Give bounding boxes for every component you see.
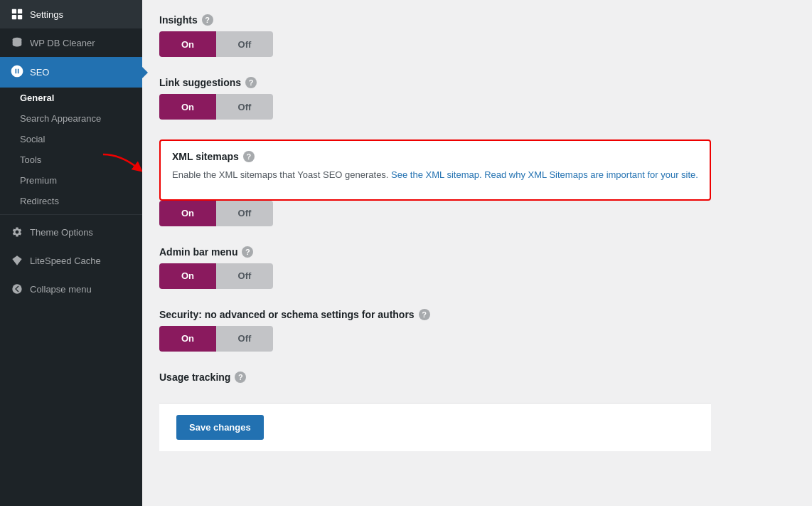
sidebar-item-collapse-menu[interactable]: Collapse menu — [0, 275, 142, 303]
db-icon — [10, 36, 24, 50]
setting-security-label: Security: no advanced or schema settings… — [159, 309, 711, 320]
setting-usage-tracking-label: Usage tracking ? — [159, 371, 711, 383]
main-content: Insights ? On Off Link suggestions ? On … — [142, 0, 728, 506]
xml-sitemaps-toggle-on[interactable]: On — [159, 201, 216, 226]
subnav-general[interactable]: General — [0, 88, 142, 108]
yoast-icon — [10, 64, 24, 80]
subnav-social[interactable]: Social — [0, 129, 142, 149]
diamond-icon — [10, 253, 24, 268]
link-suggestions-help-icon[interactable]: ? — [245, 77, 257, 88]
svg-rect-2 — [12, 15, 16, 19]
sidebar-item-collapse-label: Collapse menu — [30, 284, 92, 295]
xml-sitemaps-toggle-off[interactable]: Off — [216, 201, 273, 226]
collapse-icon — [10, 282, 24, 296]
subnav-search-appearance[interactable]: Search Appearance — [0, 108, 142, 129]
setting-admin-bar: Admin bar menu ? On Off — [159, 246, 711, 289]
sidebar-item-wp-db-cleaner-label: WP DB Cleaner — [30, 38, 95, 48]
arrow-annotation — [100, 151, 142, 182]
xml-sitemaps-toggle: On Off — [159, 201, 273, 226]
setting-security: Security: no advanced or schema settings… — [159, 309, 711, 352]
svg-rect-1 — [18, 9, 22, 14]
insights-toggle: On Off — [159, 31, 273, 57]
security-toggle-on[interactable]: On — [159, 326, 216, 352]
link-suggestions-toggle-off[interactable]: Off — [216, 94, 273, 120]
security-toggle-off[interactable]: Off — [216, 326, 273, 352]
usage-tracking-help-icon[interactable]: ? — [235, 371, 246, 383]
setting-usage-tracking: Usage tracking ? — [159, 371, 711, 383]
svg-point-5 — [12, 284, 21, 293]
xml-sitemaps-help-icon[interactable]: ? — [243, 151, 255, 162]
svg-rect-3 — [18, 15, 22, 19]
setting-link-suggestions: Link suggestions ? On Off — [159, 77, 711, 120]
link-suggestions-toggle-on[interactable]: On — [159, 94, 216, 120]
sidebar-item-theme-options[interactable]: Theme Options — [0, 218, 142, 246]
insights-toggle-off[interactable]: Off — [216, 31, 273, 57]
sidebar-item-litespeed-cache[interactable]: LiteSpeed Cache — [0, 246, 142, 275]
admin-bar-toggle-on[interactable]: On — [159, 263, 216, 289]
sidebar-item-settings-label: Settings — [30, 9, 63, 20]
setting-insights: Insights ? On Off — [159, 14, 711, 57]
subnav-redirects[interactable]: Redirects — [0, 191, 142, 211]
gear-icon — [10, 225, 24, 239]
link-suggestions-toggle: On Off — [159, 94, 273, 120]
xml-sitemap-why-link[interactable]: Read why XML Sitemaps are important for … — [484, 169, 698, 180]
sidebar-item-litespeed-label: LiteSpeed Cache — [30, 255, 101, 266]
setting-xml-sitemaps-box: XML sitemaps ? Enable the XML sitemaps t… — [159, 139, 711, 201]
setting-xml-sitemaps-label: XML sitemaps ? — [172, 151, 698, 162]
admin-bar-toggle: On Off — [159, 263, 273, 289]
seo-subnav: General Search Appearance Social Tools P… — [0, 88, 142, 211]
setting-insights-label: Insights ? — [159, 14, 711, 26]
xml-sitemap-link[interactable]: See the XML sitemap. — [391, 169, 481, 180]
security-toggle: On Off — [159, 326, 273, 352]
sidebar: Settings WP DB Cleaner SEO — [0, 0, 142, 506]
svg-rect-0 — [12, 9, 16, 14]
sidebar-item-seo[interactable]: SEO — [0, 57, 142, 88]
insights-help-icon[interactable]: ? — [202, 14, 213, 26]
setting-link-suggestions-label: Link suggestions ? — [159, 77, 711, 88]
sidebar-item-settings[interactable]: Settings — [0, 0, 142, 28]
admin-bar-toggle-off[interactable]: Off — [216, 263, 273, 289]
admin-bar-help-icon[interactable]: ? — [242, 246, 253, 258]
save-bar: Save changes — [159, 403, 711, 451]
sidebar-item-theme-options-label: Theme Options — [30, 227, 93, 238]
xml-sitemaps-description: Enable the XML sitemaps that Yoast SEO g… — [172, 168, 698, 182]
security-help-icon[interactable]: ? — [419, 309, 430, 320]
xml-sitemaps-toggle-row: On Off — [159, 201, 711, 226]
settings-icon — [10, 7, 24, 21]
insights-toggle-on[interactable]: On — [159, 31, 216, 57]
sidebar-item-wp-db-cleaner[interactable]: WP DB Cleaner — [0, 28, 142, 57]
sidebar-item-seo-label: SEO — [30, 67, 49, 78]
setting-admin-bar-label: Admin bar menu ? — [159, 246, 711, 258]
save-changes-button[interactable]: Save changes — [176, 415, 264, 440]
